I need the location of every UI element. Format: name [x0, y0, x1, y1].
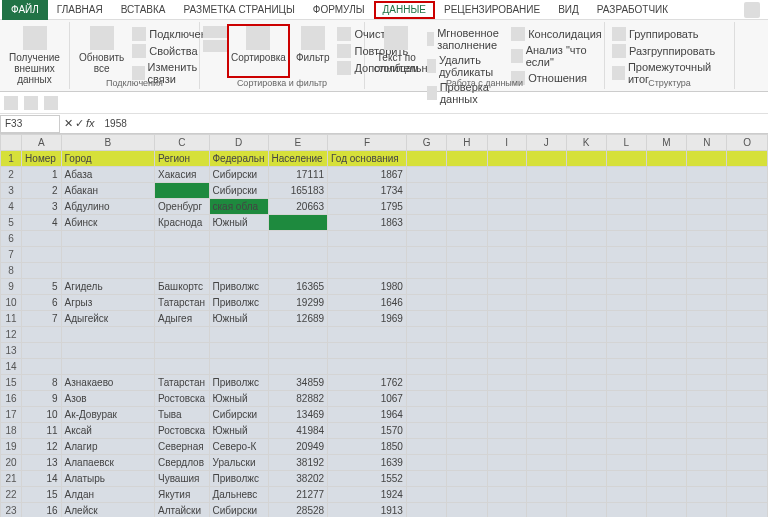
cell[interactable]: 1969 [328, 311, 407, 327]
cell[interactable] [687, 391, 727, 407]
cell[interactable] [606, 471, 646, 487]
cell[interactable] [406, 199, 446, 215]
cell[interactable] [447, 487, 487, 503]
cell[interactable]: 6 [22, 295, 61, 311]
cell[interactable] [447, 327, 487, 343]
row-header[interactable]: 22 [1, 487, 22, 503]
cell[interactable] [566, 391, 606, 407]
cell[interactable]: 1924 [328, 487, 407, 503]
cell[interactable] [727, 167, 768, 183]
cell[interactable] [447, 503, 487, 518]
row-header[interactable]: 20 [1, 455, 22, 471]
cell[interactable]: Агидель [61, 279, 154, 295]
cell[interactable] [727, 247, 768, 263]
cell[interactable] [606, 407, 646, 423]
cell[interactable] [447, 183, 487, 199]
cell[interactable]: Якутия [155, 487, 210, 503]
cell[interactable] [606, 439, 646, 455]
cell[interactable] [406, 343, 446, 359]
cell[interactable] [727, 407, 768, 423]
cell[interactable]: 9 [22, 391, 61, 407]
cell[interactable] [406, 391, 446, 407]
cell[interactable]: 1639 [328, 455, 407, 471]
cell[interactable] [406, 471, 446, 487]
cell[interactable]: Свердлов [155, 455, 210, 471]
cell[interactable] [727, 279, 768, 295]
cell[interactable]: Ростовска [155, 423, 210, 439]
row-header[interactable]: 15 [1, 375, 22, 391]
enter-icon[interactable]: ✓ [75, 117, 84, 130]
cell[interactable]: Адыгея [155, 311, 210, 327]
cell[interactable] [447, 439, 487, 455]
cell[interactable]: Абаза [61, 167, 154, 183]
cell[interactable] [209, 263, 268, 279]
cell[interactable] [566, 503, 606, 518]
cell[interactable] [209, 231, 268, 247]
cell[interactable]: 1570 [328, 423, 407, 439]
cell[interactable] [687, 247, 727, 263]
cell[interactable] [22, 359, 61, 375]
cell[interactable] [487, 327, 526, 343]
row-header[interactable]: 8 [1, 263, 22, 279]
cell[interactable] [727, 215, 768, 231]
cell[interactable]: 16365 [268, 279, 328, 295]
cell[interactable] [606, 215, 646, 231]
cell[interactable]: Северо-К [209, 439, 268, 455]
cell[interactable] [606, 503, 646, 518]
cell[interactable] [566, 359, 606, 375]
cell[interactable] [487, 199, 526, 215]
cell[interactable] [526, 167, 566, 183]
cell[interactable] [406, 375, 446, 391]
cell[interactable]: 5 [22, 279, 61, 295]
cell[interactable] [606, 423, 646, 439]
cell[interactable]: Южный [209, 391, 268, 407]
cell[interactable] [447, 391, 487, 407]
cell[interactable]: 20949 [268, 439, 328, 455]
cell[interactable] [406, 167, 446, 183]
cell[interactable] [566, 215, 606, 231]
cell[interactable] [646, 439, 687, 455]
cell[interactable] [727, 311, 768, 327]
cell[interactable]: Оренбург [155, 199, 210, 215]
cell[interactable] [646, 471, 687, 487]
cell[interactable] [727, 183, 768, 199]
ungroup-button[interactable]: Разгруппировать [610, 43, 729, 59]
cell[interactable] [155, 263, 210, 279]
cell[interactable] [566, 327, 606, 343]
cell[interactable] [687, 503, 727, 518]
row-header[interactable]: 4 [1, 199, 22, 215]
tab-review[interactable]: РЕЦЕНЗИРОВАНИЕ [435, 0, 549, 20]
cell[interactable]: 1552 [328, 471, 407, 487]
cell[interactable] [526, 327, 566, 343]
redo-icon[interactable] [44, 96, 58, 110]
cell[interactable]: Дальневс [209, 487, 268, 503]
cell[interactable] [406, 359, 446, 375]
cell[interactable] [406, 231, 446, 247]
cell[interactable] [526, 343, 566, 359]
cell[interactable] [22, 231, 61, 247]
cell[interactable]: Аксай [61, 423, 154, 439]
cell[interactable] [727, 375, 768, 391]
cell[interactable]: 19299 [268, 295, 328, 311]
tab-home[interactable]: ГЛАВНАЯ [48, 0, 112, 20]
col-header-N[interactable]: N [687, 135, 727, 151]
row-header[interactable]: 13 [1, 343, 22, 359]
cell[interactable]: Чувашия [155, 471, 210, 487]
cell[interactable] [447, 151, 487, 167]
cell[interactable] [646, 503, 687, 518]
tab-file[interactable]: ФАЙЛ [2, 0, 48, 20]
cell[interactable] [727, 423, 768, 439]
cell[interactable] [606, 391, 646, 407]
cell[interactable] [687, 439, 727, 455]
name-box[interactable]: F33 [0, 115, 60, 133]
cell[interactable] [268, 343, 328, 359]
row-header[interactable]: 12 [1, 327, 22, 343]
cell[interactable] [526, 407, 566, 423]
text-to-columns-button[interactable]: Текст по столбцам [370, 24, 423, 108]
cell[interactable] [606, 359, 646, 375]
row-header[interactable]: 19 [1, 439, 22, 455]
cell[interactable] [687, 151, 727, 167]
cell[interactable] [687, 279, 727, 295]
cell[interactable] [268, 359, 328, 375]
cell[interactable] [566, 231, 606, 247]
